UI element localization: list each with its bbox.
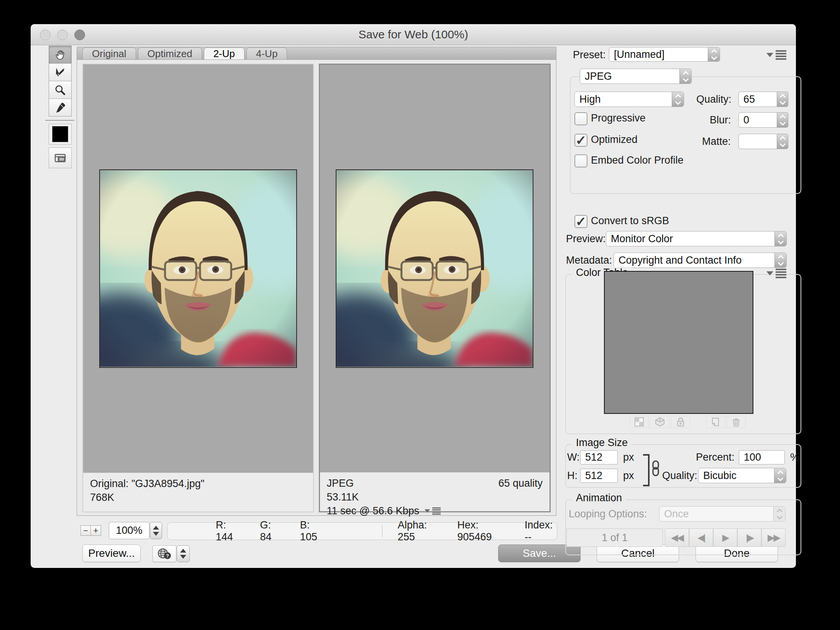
original-image bbox=[99, 169, 297, 368]
original-filename: Original: "GJ3A8954.jpg" bbox=[90, 477, 306, 491]
metadata-value: Copyright and Contact Info bbox=[614, 254, 774, 266]
checkmark: ✓ bbox=[576, 215, 587, 228]
preset-label: Preset: bbox=[573, 47, 606, 62]
hand-icon bbox=[54, 49, 66, 61]
zoom-in-button[interactable]: + bbox=[91, 525, 101, 536]
alpha-readout: Alpha: 255 bbox=[398, 519, 440, 543]
zoom-level-field[interactable]: 100% bbox=[109, 522, 149, 539]
map-transparency-button[interactable] bbox=[630, 416, 649, 428]
original-info-panel: Original: "GJ3A8954.jpg" 768K bbox=[83, 472, 313, 512]
matte-color-swatch-button[interactable] bbox=[49, 124, 72, 144]
previous-frame-button[interactable]: ◀| bbox=[689, 528, 713, 547]
width-field[interactable]: 512 bbox=[580, 450, 618, 464]
convert-srgb-label: Convert to sRGB bbox=[591, 213, 669, 228]
save-for-web-dialog: Save for Web (100%) bbox=[31, 24, 796, 568]
delete-color-button[interactable] bbox=[727, 416, 746, 428]
select-stepper-icon bbox=[774, 231, 786, 246]
progressive-checkbox[interactable] bbox=[574, 112, 587, 125]
quality-field[interactable]: 65 bbox=[738, 92, 777, 107]
resample-quality-select[interactable]: Bicubic bbox=[698, 468, 786, 483]
trash-icon bbox=[731, 417, 741, 427]
color-table-menu-icon[interactable] bbox=[766, 269, 786, 278]
globe-browser-icon: ? bbox=[157, 547, 172, 560]
tab-original[interactable]: Original bbox=[82, 48, 136, 59]
width-label: W: bbox=[567, 450, 580, 465]
preset-value: [Unnamed] bbox=[609, 49, 708, 61]
zoom-tool-button[interactable] bbox=[49, 81, 71, 99]
window-title: Save for Web (100%) bbox=[31, 24, 796, 45]
last-frame-button[interactable]: ▶▶ bbox=[761, 528, 786, 547]
matte-field[interactable] bbox=[738, 134, 777, 149]
percent-field[interactable]: 100 bbox=[739, 450, 785, 464]
metadata-select[interactable]: Copyright and Contact Info bbox=[614, 253, 787, 268]
optimized-image bbox=[336, 169, 533, 368]
optimized-label: Optimized bbox=[591, 132, 638, 147]
checkmark: ✓ bbox=[576, 134, 587, 147]
format-select[interactable]: JPEG bbox=[580, 69, 692, 84]
select-stepper-icon bbox=[774, 253, 786, 267]
web-shift-button[interactable] bbox=[650, 416, 669, 428]
select-stepper-icon bbox=[773, 507, 785, 521]
eyedropper-tool-button[interactable] bbox=[49, 99, 71, 116]
two-up-area: Original: "GJ3A8954.jpg" 768K 65 quality… bbox=[77, 59, 556, 516]
tool-divider bbox=[45, 120, 74, 121]
looping-options-select[interactable]: Once bbox=[659, 506, 786, 522]
original-pane[interactable]: Original: "GJ3A8954.jpg" 768K bbox=[82, 64, 314, 512]
play-button[interactable]: ▶ bbox=[713, 528, 737, 547]
select-stepper-icon bbox=[672, 92, 684, 107]
chain-link-icon[interactable] bbox=[651, 460, 660, 476]
convert-srgb-checkbox[interactable]: ✓ bbox=[574, 215, 587, 228]
select-stepper-icon bbox=[774, 468, 786, 483]
view-tabs: Original Optimized 2-Up 4-Up bbox=[77, 47, 556, 59]
zoom-out-button[interactable]: − bbox=[80, 525, 91, 536]
resample-quality-label: Quality: bbox=[662, 468, 697, 483]
red-readout: R: 144 bbox=[216, 519, 241, 543]
color-readout-bar: R: 144 G: 84 B: 105 Alpha: 255 Hex: 9054… bbox=[167, 522, 557, 540]
height-label: H: bbox=[567, 468, 578, 483]
hand-tool-button[interactable] bbox=[49, 46, 71, 64]
slices-icon bbox=[54, 152, 67, 164]
tab-4up[interactable]: 4-Up bbox=[246, 48, 287, 59]
optimized-quality-readout: 65 quality bbox=[498, 476, 543, 490]
optimized-pane[interactable]: 65 quality JPEG 53.11K 11 sec @ 56.6 Kbp… bbox=[319, 64, 551, 512]
quality-stepper[interactable] bbox=[777, 92, 788, 107]
compression-quality-select[interactable]: High bbox=[574, 92, 684, 107]
preview-in-browser-button[interactable]: Preview... bbox=[82, 545, 141, 562]
browser-select-stepper[interactable] bbox=[177, 545, 190, 562]
preset-panel-menu-icon[interactable] bbox=[766, 50, 786, 60]
tab-optimized[interactable]: Optimized bbox=[138, 48, 202, 59]
blur-stepper[interactable] bbox=[777, 112, 788, 128]
optimized-download-time: 11 sec @ 56.6 Kbps bbox=[327, 504, 420, 518]
new-color-button[interactable] bbox=[706, 416, 725, 428]
zoom-level-stepper[interactable] bbox=[150, 522, 162, 539]
embed-color-profile-label: Embed Color Profile bbox=[591, 153, 684, 168]
embed-color-profile-checkbox[interactable] bbox=[574, 154, 587, 167]
blur-field[interactable]: 0 bbox=[738, 112, 777, 128]
green-readout: G: 84 bbox=[260, 519, 281, 543]
percent-unit: % bbox=[790, 450, 799, 465]
matte-stepper[interactable] bbox=[777, 134, 788, 149]
preview-mode-label: Preview: bbox=[566, 231, 606, 246]
progressive-label: Progressive bbox=[591, 110, 646, 126]
height-field[interactable]: 512 bbox=[580, 469, 618, 483]
preset-select[interactable]: [Unnamed] bbox=[609, 47, 720, 62]
looping-options-label: Looping Options: bbox=[569, 506, 647, 522]
height-unit: px bbox=[623, 468, 634, 483]
next-frame-button[interactable]: |▶ bbox=[737, 528, 761, 547]
percent-label: Percent: bbox=[696, 450, 735, 465]
first-frame-button[interactable]: ◀◀ bbox=[665, 528, 689, 547]
color-table-swatch-area bbox=[604, 271, 753, 414]
slice-select-tool-button[interactable] bbox=[49, 64, 71, 81]
tab-2up[interactable]: 2-Up bbox=[204, 48, 244, 59]
zoom-window-button[interactable] bbox=[74, 30, 85, 40]
download-rate-menu-icon[interactable] bbox=[425, 507, 441, 515]
preview-mode-select[interactable]: Monitor Color bbox=[606, 231, 787, 246]
close-window-button[interactable] bbox=[40, 30, 51, 40]
optimized-checkbox[interactable]: ✓ bbox=[574, 134, 587, 147]
stepper-up-icon bbox=[180, 549, 186, 553]
browser-select-button[interactable]: ? bbox=[153, 545, 176, 562]
window-controls bbox=[40, 30, 85, 40]
minimize-window-button[interactable] bbox=[57, 30, 68, 40]
toggle-slices-visibility-button[interactable] bbox=[49, 148, 72, 168]
lock-color-button[interactable] bbox=[671, 416, 690, 428]
